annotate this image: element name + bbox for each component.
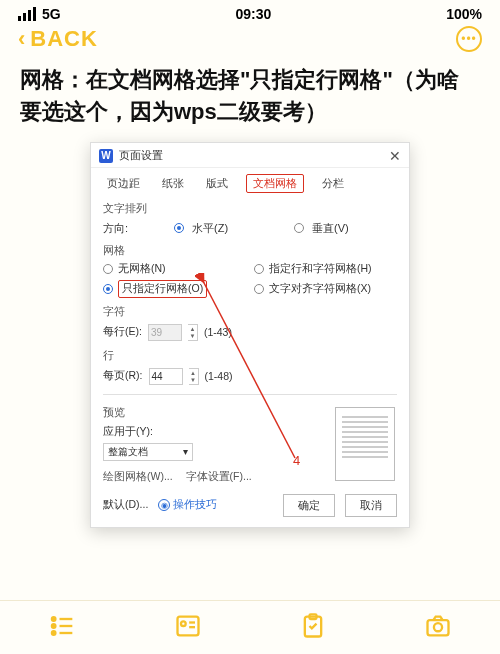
svg-point-2	[51, 624, 55, 628]
lightbulb-icon: ◉	[158, 499, 170, 511]
lines-range: (1-48)	[205, 370, 233, 382]
chevron-down-icon: ▾	[183, 446, 188, 457]
cancel-button[interactable]: 取消	[345, 494, 397, 517]
dialog-tabs: 页边距 纸张 版式 文档网格 分栏	[91, 168, 409, 197]
bottom-nav	[0, 600, 500, 654]
lines-section-label: 行	[91, 344, 409, 365]
nav-clipboard-icon[interactable]	[299, 612, 327, 644]
svg-point-1	[51, 617, 55, 621]
char-align-label: 文字对齐字符网格(X)	[269, 282, 371, 296]
per-line-label: 每行(E):	[103, 325, 142, 339]
network-label: 5G	[42, 6, 61, 22]
chars-section-label: 字符	[91, 300, 409, 321]
tab-paper[interactable]: 纸张	[158, 174, 188, 193]
radio-horizontal[interactable]	[174, 223, 184, 233]
signal-icon	[18, 7, 36, 21]
svg-point-14	[433, 623, 441, 631]
nav-card-icon[interactable]	[174, 612, 202, 644]
ok-button[interactable]: 确定	[283, 494, 335, 517]
tips-link[interactable]: ◉操作技巧	[158, 498, 217, 512]
text-layout-label: 文字排列	[91, 197, 409, 218]
draw-grid-link[interactable]: 绘图网格(W)...	[103, 470, 173, 482]
horizontal-label: 水平(Z)	[192, 221, 228, 236]
vertical-label: 垂直(V)	[312, 221, 349, 236]
chars-stepper: ▲▼	[188, 324, 198, 341]
app-logo-icon: W	[99, 149, 113, 163]
apply-to-value: 整篇文档	[108, 445, 148, 459]
chevron-left-icon: ‹	[18, 26, 26, 52]
battery-label: 100%	[446, 6, 482, 22]
direction-label: 方向:	[103, 221, 128, 236]
font-settings-link[interactable]: 字体设置(F)...	[186, 470, 252, 482]
radio-line-char-grid[interactable]	[254, 264, 264, 274]
preview-thumbnail	[335, 407, 395, 481]
chars-per-line-input: 39	[148, 324, 182, 341]
no-grid-label: 无网格(N)	[118, 262, 166, 276]
lines-stepper[interactable]: ▲▼	[189, 368, 199, 385]
per-page-label: 每页(R):	[103, 369, 143, 383]
back-label: BACK	[30, 26, 98, 52]
page-setup-dialog: W 页面设置 ✕ 页边距 纸张 版式 文档网格 分栏 文字排列 方向: 水平(Z…	[90, 142, 410, 528]
annotation-number: 4	[293, 453, 300, 468]
nav-list-icon[interactable]	[49, 612, 77, 644]
close-icon[interactable]: ✕	[389, 148, 401, 164]
line-only-label: 只指定行网格(O)	[118, 280, 207, 298]
dialog-title: 页面设置	[119, 148, 163, 163]
line-char-label: 指定行和字符网格(H)	[269, 262, 372, 276]
page-heading: 网格：在文档网格选择"只指定行网格"（为啥要选这个，因为wps二级要考）	[0, 60, 500, 138]
default-link[interactable]: 默认(D)...	[103, 498, 148, 512]
tab-margins[interactable]: 页边距	[103, 174, 144, 193]
tab-columns[interactable]: 分栏	[318, 174, 348, 193]
radio-no-grid[interactable]	[103, 264, 113, 274]
tab-document-grid[interactable]: 文档网格	[246, 174, 304, 193]
back-button[interactable]: ‹ BACK	[18, 26, 98, 52]
more-button[interactable]: •••	[456, 26, 482, 52]
radio-char-align-grid[interactable]	[254, 284, 264, 294]
radio-vertical[interactable]	[294, 223, 304, 233]
tab-layout[interactable]: 版式	[202, 174, 232, 193]
grid-section-label: 网格	[91, 239, 409, 260]
svg-rect-7	[177, 616, 198, 635]
svg-point-8	[181, 621, 186, 626]
chars-range: (1-43)	[204, 326, 232, 338]
nav-camera-icon[interactable]	[424, 612, 452, 644]
apply-to-label: 应用于(Y):	[103, 425, 153, 439]
radio-line-only-grid[interactable]	[103, 284, 113, 294]
clock: 09:30	[61, 6, 447, 22]
apply-to-select[interactable]: 整篇文档 ▾	[103, 443, 193, 461]
svg-point-3	[51, 631, 55, 635]
lines-per-page-input[interactable]: 44	[149, 368, 183, 385]
